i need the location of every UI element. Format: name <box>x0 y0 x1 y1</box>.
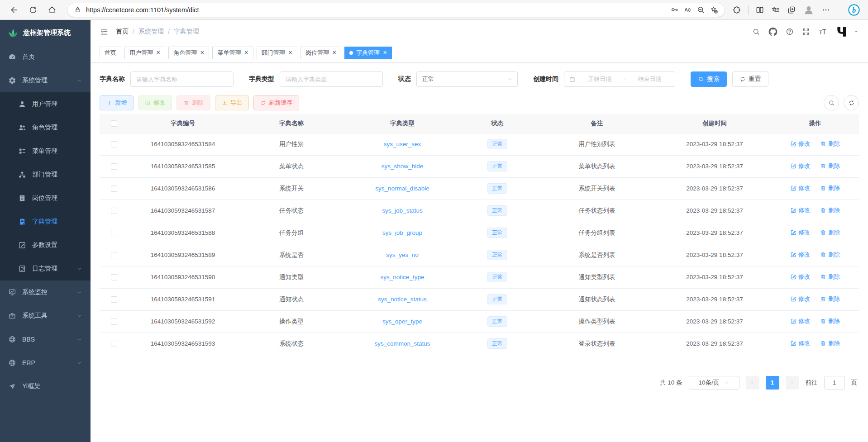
search-button[interactable]: 搜索 <box>691 71 727 87</box>
dict-type-link[interactable]: sys_notice_status <box>378 296 426 303</box>
dict-type-link[interactable]: sys_yes_no <box>386 252 418 258</box>
row-delete-button[interactable]: 删除 <box>820 228 840 237</box>
current-page-button[interactable]: 1 <box>766 376 779 390</box>
tab-close-icon[interactable]: ✕ <box>244 50 248 55</box>
row-edit-button[interactable]: 修改 <box>790 251 810 259</box>
zoom-out-icon[interactable] <box>696 5 705 14</box>
dict-type-link[interactable]: sys_show_hide <box>382 163 423 170</box>
row-checkbox[interactable] <box>111 274 117 280</box>
dict-type-link[interactable]: sys_user_sex <box>384 141 421 147</box>
row-edit-button[interactable]: 修改 <box>790 162 810 170</box>
password-key-icon[interactable] <box>670 5 679 14</box>
row-delete-button[interactable]: 删除 <box>820 251 840 259</box>
fullscreen-icon[interactable] <box>802 28 810 36</box>
page-size-select[interactable]: 10条/页 <box>689 376 739 390</box>
row-delete-button[interactable]: 删除 <box>820 184 840 192</box>
app-logo[interactable]: 意框架管理系统 <box>0 20 91 45</box>
tab-字典管理[interactable]: 字典管理✕ <box>344 47 392 59</box>
collapse-sidebar-icon[interactable] <box>100 27 109 36</box>
sidebar-item-config[interactable]: 参数设置 <box>0 233 91 257</box>
row-checkbox[interactable] <box>111 341 117 347</box>
dict-name-input[interactable] <box>130 71 234 87</box>
toggle-search-button[interactable] <box>824 95 839 110</box>
select-all-checkbox[interactable] <box>111 120 117 127</box>
sidebar-item-home[interactable]: 首页 <box>0 45 91 69</box>
row-edit-button[interactable]: 修改 <box>790 317 810 325</box>
goto-page-input[interactable] <box>824 376 845 390</box>
row-checkbox[interactable] <box>111 318 117 325</box>
row-delete-button[interactable]: 删除 <box>820 206 840 214</box>
browser-back-button[interactable] <box>6 2 22 18</box>
browser-refresh-button[interactable] <box>25 2 41 18</box>
sidebar-item-post[interactable]: 岗位管理 <box>0 186 91 210</box>
row-checkbox[interactable] <box>111 230 117 236</box>
row-delete-button[interactable]: 删除 <box>820 162 840 170</box>
sidebar-item-bbs[interactable]: BBS <box>0 328 91 351</box>
tab-菜单管理[interactable]: 菜单管理✕ <box>212 47 253 59</box>
row-delete-button[interactable]: 删除 <box>820 140 840 148</box>
favorites-bar-icon[interactable] <box>771 5 780 14</box>
export-button[interactable]: 导出 <box>215 95 249 110</box>
sidebar-item-monitor[interactable]: 系统监控 <box>0 280 91 304</box>
tab-close-icon[interactable]: ✕ <box>200 50 204 55</box>
read-aloud-icon[interactable] <box>683 5 692 14</box>
tab-close-icon[interactable]: ✕ <box>288 50 292 55</box>
row-edit-button[interactable]: 修改 <box>790 273 810 281</box>
collections-icon[interactable] <box>787 5 796 14</box>
refresh-cache-button[interactable]: 刷新缓存 <box>253 95 299 110</box>
sidebar-item-system[interactable]: 系统管理 <box>0 69 91 92</box>
dict-type-link[interactable]: sys_job_group <box>382 229 422 236</box>
edit-button[interactable]: 修改 <box>138 95 172 110</box>
tab-close-icon[interactable]: ✕ <box>156 50 160 55</box>
status-select[interactable]: 正常 <box>416 71 518 87</box>
add-favorite-icon[interactable] <box>710 5 718 14</box>
url-text[interactable]: https://ccnetcore.com:1101/system/dict <box>86 6 666 14</box>
sidebar-item-menu[interactable]: 菜单管理 <box>0 139 91 163</box>
delete-button[interactable]: 删除 <box>176 95 210 110</box>
dict-type-link[interactable]: sys_normal_disable <box>375 185 429 192</box>
add-button[interactable]: 新增 <box>100 95 134 110</box>
date-range-picker[interactable]: 开始日期 - 结束日期 <box>564 71 675 87</box>
sidebar-item-role[interactable]: 角色管理 <box>0 116 91 139</box>
copilot-icon[interactable] <box>847 3 861 17</box>
row-delete-button[interactable]: 删除 <box>820 295 840 303</box>
row-edit-button[interactable]: 修改 <box>790 228 810 237</box>
row-checkbox[interactable] <box>111 141 117 147</box>
tab-首页[interactable]: 首页 <box>100 47 121 59</box>
more-options-icon[interactable] <box>821 5 830 14</box>
dict-type-link[interactable]: sys_notice_type <box>381 274 424 280</box>
row-edit-button[interactable]: 修改 <box>790 184 810 192</box>
user-avatar-logo[interactable] <box>835 25 849 38</box>
tab-用户管理[interactable]: 用户管理✕ <box>124 47 165 59</box>
github-icon[interactable] <box>768 27 777 36</box>
sidebar-item-yi[interactable]: Yi框架 <box>0 375 91 398</box>
row-checkbox[interactable] <box>111 163 117 170</box>
global-search-icon[interactable] <box>752 28 760 36</box>
browser-home-button[interactable] <box>44 2 60 18</box>
row-checkbox[interactable] <box>111 252 117 258</box>
refresh-table-button[interactable] <box>844 95 859 110</box>
row-edit-button[interactable]: 修改 <box>790 339 810 347</box>
dict-type-link[interactable]: sys_oper_type <box>382 318 422 325</box>
sidebar-item-dept[interactable]: 部门管理 <box>0 163 91 186</box>
browser-profile-icon[interactable] <box>803 4 815 16</box>
sidebar-item-erp[interactable]: ERP <box>0 351 91 375</box>
tab-岗位管理[interactable]: 岗位管理✕ <box>300 47 341 59</box>
extensions-icon[interactable] <box>732 5 741 14</box>
font-size-icon[interactable] <box>818 27 827 36</box>
sidebar-item-tools[interactable]: 系统工具 <box>0 304 91 328</box>
tab-close-icon[interactable]: ✕ <box>332 50 336 55</box>
row-edit-button[interactable]: 修改 <box>790 140 810 148</box>
next-page-button[interactable] <box>786 376 799 390</box>
row-delete-button[interactable]: 删除 <box>820 339 840 347</box>
row-delete-button[interactable]: 删除 <box>820 317 840 325</box>
prev-page-button[interactable] <box>746 376 759 390</box>
split-screen-icon[interactable] <box>755 5 764 14</box>
user-menu-caret-icon[interactable] <box>854 29 859 34</box>
sidebar-item-user[interactable]: 用户管理 <box>0 92 91 116</box>
dict-type-link[interactable]: sys_common_status <box>374 340 430 347</box>
row-edit-button[interactable]: 修改 <box>790 295 810 303</box>
breadcrumb-home[interactable]: 首页 <box>116 28 129 36</box>
dict-type-link[interactable]: sys_job_status <box>382 207 422 214</box>
tab-close-icon[interactable]: ✕ <box>383 50 387 55</box>
